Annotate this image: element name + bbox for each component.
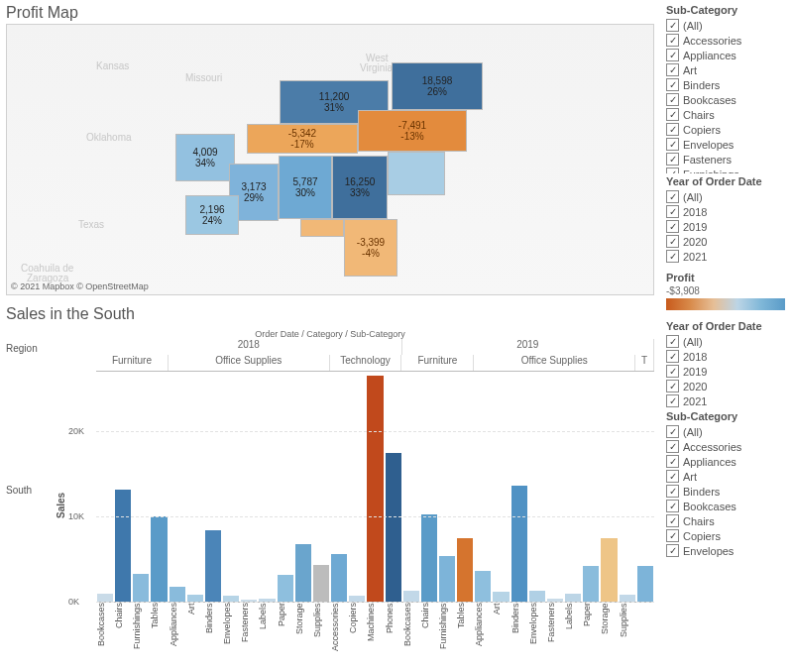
- bar-Chairs[interactable]: [421, 514, 437, 602]
- bar-Accessories[interactable]: [331, 554, 347, 602]
- state-south-carolina[interactable]: [388, 152, 445, 195]
- filter-checkbox[interactable]: ✓Copiers: [666, 528, 793, 543]
- filter-checkbox[interactable]: ✓2020: [666, 379, 793, 393]
- bar-Appliances[interactable]: [475, 571, 491, 602]
- bar-Paper[interactable]: [278, 575, 293, 602]
- bar-Furnishings[interactable]: [439, 556, 455, 602]
- filter-label: 2019: [683, 366, 707, 378]
- filter-checkbox[interactable]: ✓Appliances: [666, 454, 793, 469]
- state-alabama[interactable]: 5,78730%: [279, 156, 332, 219]
- filter-checkbox[interactable]: ✓Accessories: [666, 439, 793, 454]
- bar-Supplies[interactable]: [313, 565, 329, 602]
- filter-label: Envelopes: [683, 139, 734, 151]
- filter-label: Envelopes: [683, 545, 734, 557]
- check-icon: ✓: [666, 49, 679, 61]
- filter-checkbox[interactable]: ✓Binders: [666, 484, 793, 499]
- bar-Art[interactable]: [187, 595, 203, 602]
- state-north-carolina[interactable]: -7,491-13%: [358, 110, 467, 152]
- state-floridapan[interactable]: [300, 219, 344, 237]
- filter-label: 2018: [683, 351, 707, 363]
- bar-Phones[interactable]: [386, 453, 401, 602]
- x-tick: Copiers: [348, 603, 366, 672]
- x-tick: Art: [186, 603, 204, 672]
- filter-checkbox[interactable]: ✓Art: [666, 62, 793, 77]
- filter-subcat2-title: Sub-Category: [666, 410, 793, 422]
- filter-checkbox[interactable]: ✓Chairs: [666, 513, 793, 528]
- profit-map[interactable]: KansasMissouriWestVirginiaOklahomaTexasC…: [6, 24, 654, 295]
- filter-label: Copiers: [683, 530, 721, 542]
- filter-checkbox[interactable]: ✓Chairs: [666, 107, 793, 122]
- x-tick: Chairs: [420, 603, 438, 672]
- filter-checkbox[interactable]: ✓2021: [666, 249, 793, 264]
- state-louisiana[interactable]: 2,19624%: [185, 195, 239, 235]
- bar-Supplies[interactable]: [620, 595, 635, 602]
- filter-panel: Sub-Category ✓(All)✓Accessories✓Applianc…: [660, 0, 793, 672]
- filter-checkbox[interactable]: ✓Art: [666, 469, 793, 484]
- x-tick: Art: [492, 603, 510, 672]
- x-tick: Supplies: [619, 603, 636, 672]
- bar-Binders[interactable]: [511, 486, 527, 602]
- filter-checkbox[interactable]: ✓Copiers: [666, 122, 793, 137]
- state-sales: -3,399: [357, 237, 385, 248]
- state-georgia[interactable]: 16,25033%: [332, 156, 388, 219]
- x-tick: Bookcases: [96, 603, 114, 672]
- state-pct: 34%: [195, 158, 215, 168]
- bar-Chairs[interactable]: [115, 490, 131, 602]
- bar-Storage[interactable]: [295, 544, 311, 602]
- bar-Bookcases[interactable]: [97, 594, 113, 602]
- check-icon: ✓: [666, 250, 679, 263]
- state-virginia[interactable]: 18,59826%: [392, 62, 483, 110]
- bar-Tables[interactable]: [457, 538, 473, 602]
- bar-Paper[interactable]: [583, 566, 599, 602]
- filter-checkbox[interactable]: ✓2019: [666, 219, 793, 234]
- state-pct: -4%: [362, 248, 380, 259]
- check-icon: ✓: [666, 108, 679, 121]
- bar-Labels[interactable]: [565, 594, 581, 602]
- filter-checkbox[interactable]: ✓2018: [666, 204, 793, 219]
- filter-checkbox[interactable]: ✓2019: [666, 364, 793, 379]
- bar-Tables[interactable]: [151, 516, 167, 602]
- filter-checkbox[interactable]: ✓Binders: [666, 77, 793, 92]
- x-tick: Bookcases: [402, 603, 420, 672]
- bar-Machines[interactable]: [367, 376, 383, 602]
- filter-checkbox[interactable]: ✓Bookcases: [666, 92, 793, 107]
- bar-Binders[interactable]: [205, 530, 221, 602]
- x-tick: Binders: [204, 603, 222, 672]
- map-bg-label: Oklahoma: [86, 132, 132, 143]
- x-tick: Chairs: [114, 603, 132, 672]
- filter-checkbox[interactable]: ✓Envelopes: [666, 137, 793, 152]
- filter-checkbox[interactable]: ✓(All): [666, 189, 793, 204]
- bar-Appliances[interactable]: [170, 587, 185, 602]
- filter-checkbox[interactable]: ✓Fasteners: [666, 152, 793, 167]
- filter-label: Chairs: [683, 109, 715, 121]
- bar-Bookcases[interactable]: [403, 591, 419, 602]
- filter-checkbox[interactable]: ✓Appliances: [666, 48, 793, 62]
- filter-checkbox[interactable]: ✓2018: [666, 349, 793, 364]
- bar-Furnishings[interactable]: [133, 574, 149, 602]
- filter-checkbox[interactable]: ✓(All): [666, 424, 793, 439]
- filter-checkbox[interactable]: ✓(All): [666, 334, 793, 349]
- y-tick: 20K: [68, 426, 84, 436]
- check-icon: ✓: [666, 394, 679, 407]
- check-icon: ✓: [666, 425, 679, 438]
- filter-subcat-title: Sub-Category: [666, 4, 793, 16]
- filter-checkbox[interactable]: ✓Accessories: [666, 33, 793, 48]
- filter-checkbox[interactable]: ✓Envelopes: [666, 543, 793, 558]
- filter-checkbox[interactable]: ✓(All): [666, 18, 793, 33]
- bar-Art[interactable]: [493, 592, 509, 602]
- check-icon: ✓: [666, 455, 679, 468]
- state-florida[interactable]: -3,399-4%: [344, 219, 397, 277]
- sales-bar-chart[interactable]: 20182019 FurnitureOffice SuppliesTechnol…: [96, 339, 654, 672]
- filter-checkbox[interactable]: ✓2021: [666, 393, 793, 408]
- state-arkansas[interactable]: 4,00934%: [175, 134, 235, 181]
- filter-checkbox[interactable]: ✓Furnishings: [666, 167, 793, 173]
- filter-checkbox[interactable]: ✓Bookcases: [666, 499, 793, 513]
- filter-checkbox[interactable]: ✓2020: [666, 234, 793, 249]
- bar-Storage[interactable]: [601, 538, 617, 602]
- bar-extra[interactable]: [637, 566, 653, 602]
- x-tick: Paper: [277, 603, 294, 672]
- filter-label: (All): [683, 336, 703, 348]
- state-tennessee[interactable]: -5,342-17%: [247, 124, 358, 154]
- bar-Envelopes[interactable]: [529, 591, 545, 602]
- check-icon: ✓: [666, 365, 679, 378]
